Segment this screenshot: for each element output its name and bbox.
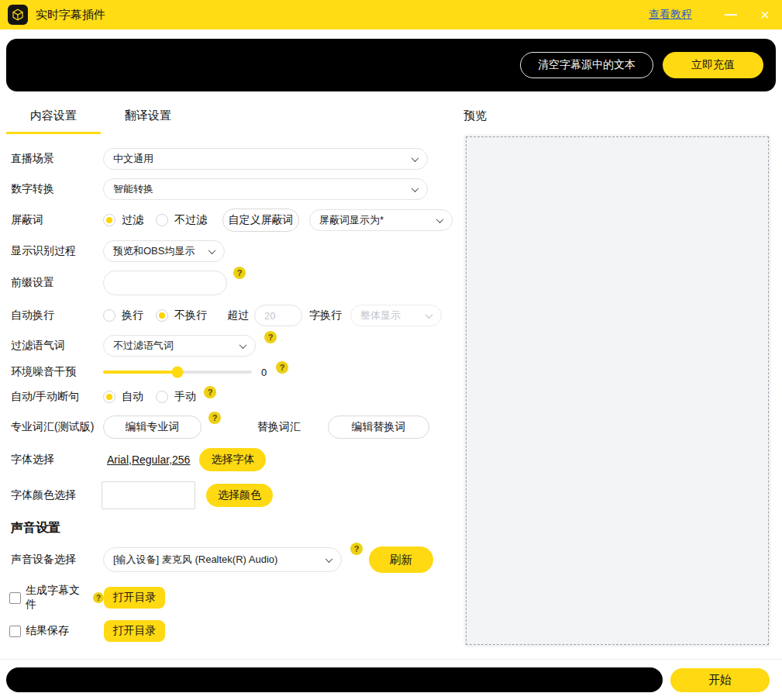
chevron-down-icon [326,555,333,563]
sound-device-label: 声音设备选择 [11,553,103,567]
main-content: 内容设置 翻译设置 直播场景 中文通用 数字转换 智能转换 屏蔽词 过滤 [0,91,782,659]
blocked-display-as-select[interactable]: 屏蔽词显示为* [309,209,453,231]
custom-blocked-words-button[interactable]: 自定义屏蔽词 [222,209,299,232]
row-sentence-break: 自动/手动断句 自动 手动 ? [11,390,454,404]
recognition-display-label: 显示识别过程 [11,244,103,258]
wrap-display-value: 整体显示 [360,309,401,322]
filler-help-icon[interactable]: ? [264,331,277,343]
noise-slider-fill [103,371,177,374]
radio-label: 自动 [122,390,143,404]
number-convert-select[interactable]: 智能转换 [103,178,428,200]
radio-label: 不过滤 [174,213,207,227]
wrap-chars-input[interactable] [254,305,302,326]
sentence-break-help-icon[interactable]: ? [204,386,216,398]
radio-icon [103,391,115,403]
result-save-checkbox[interactable] [9,626,21,637]
minimize-button[interactable]: — [714,0,748,29]
result-save-checkbox-group: 结果保存 [9,624,104,638]
radio-blocked-nofilter[interactable]: 不过滤 [156,213,207,227]
sound-device-select[interactable]: [输入设备] 麦克风 (Realtek(R) Audio) [103,547,342,572]
edit-pro-vocab-button[interactable]: 编辑专业词 [103,416,202,439]
sound-device-value: [输入设备] 麦克风 (Realtek(R) Audio) [113,553,277,567]
row-filler-filter: 过滤语气词 不过滤语气词 ? [11,335,454,357]
tutorial-link[interactable]: 查看教程 [649,8,692,22]
live-scene-label: 直播场景 [11,152,103,166]
open-result-dir-button[interactable]: 打开目录 [104,620,165,642]
number-convert-value: 智能转换 [113,182,153,196]
start-button[interactable]: 开始 [670,668,770,692]
footer-bar: 开始 [0,659,782,700]
radio-icon [156,309,168,322]
chevron-down-icon [208,247,216,254]
chevron-down-icon [239,341,247,349]
font-select-label: 字体选择 [11,453,103,467]
row-font-select: 字体选择 Arial,Regular,256 选择字体 [11,448,454,471]
close-button[interactable]: × [748,0,782,29]
filler-filter-value: 不过滤语气词 [113,339,174,353]
noise-slider[interactable] [103,371,252,374]
current-font-link[interactable]: Arial,Regular,256 [107,453,190,466]
radio-wrap[interactable]: 换行 [103,309,143,322]
subtitle-file-help-icon[interactable]: ? [93,592,104,603]
subtitle-file-checkbox[interactable] [9,592,21,604]
radio-icon [103,309,115,322]
live-scene-value: 中文通用 [113,152,153,166]
row-vocab: 专业词汇(测试版) 编辑专业词 ? 替换词汇 编辑替换词 [11,416,454,439]
preview-title: 预览 [463,109,771,123]
auto-wrap-label: 自动换行 [11,309,103,322]
font-color-input[interactable] [102,481,195,509]
refresh-device-button[interactable]: 刷新 [369,547,433,573]
chevron-down-icon [412,184,419,192]
edit-replace-vocab-button[interactable]: 编辑替换词 [328,416,429,439]
tab-translate-settings[interactable]: 翻译设置 [101,102,195,134]
open-subtitle-dir-button[interactable]: 打开目录 [104,587,165,609]
sentence-break-label: 自动/手动断句 [11,390,103,404]
chevron-down-icon [425,311,433,319]
settings-panel: 内容设置 翻译设置 直播场景 中文通用 数字转换 智能转换 屏蔽词 过滤 [11,102,454,650]
radio-auto-break[interactable]: 自动 [103,390,143,404]
choose-font-button[interactable]: 选择字体 [199,448,266,471]
prefix-help-icon[interactable]: ? [233,267,246,279]
row-auto-wrap: 自动换行 换行 不换行 超过 字换行 整体显示 [11,305,454,326]
chevron-down-icon [436,216,444,223]
row-noise: 环境噪音干预 0 ? [11,365,454,379]
filler-filter-select[interactable]: 不过滤语气词 [103,335,256,357]
top-banner: 清空字幕源中的文本 立即充值 [6,39,776,91]
blocked-display-as-value: 屏蔽词显示为* [319,213,384,227]
row-result-save: 结果保存 打开目录 [11,620,454,642]
radio-blocked-filter[interactable]: 过滤 [103,213,143,227]
radio-label: 过滤 [122,213,143,227]
radio-icon [103,214,115,226]
radio-icon [156,214,168,226]
result-save-label[interactable]: 结果保存 [26,624,69,638]
sound-device-help-icon[interactable]: ? [350,543,363,555]
wrap-display-select[interactable]: 整体显示 [350,305,442,326]
recharge-button[interactable]: 立即充值 [663,52,763,78]
radio-manual-break[interactable]: 手动 [156,390,196,404]
noise-help-icon[interactable]: ? [276,361,288,374]
recognition-display-select[interactable]: 预览和OBS均显示 [103,240,225,262]
preview-container [463,134,771,647]
chevron-down-icon [412,154,419,162]
radio-label: 手动 [174,390,196,404]
wrap-suffix-label: 字换行 [309,309,342,322]
blocked-words-label: 屏蔽词 [11,213,103,227]
noise-label: 环境噪音干预 [11,365,103,379]
replace-vocab-label: 替换词汇 [257,420,301,434]
subtitle-file-label[interactable]: 生成字幕文件 [26,584,88,612]
pro-vocab-help-icon[interactable]: ? [208,412,221,424]
noise-value: 0 [261,367,267,378]
noise-slider-thumb[interactable] [172,367,184,378]
font-color-label: 字体颜色选择 [11,488,103,502]
row-blocked-words: 屏蔽词 过滤 不过滤 自定义屏蔽词 屏蔽词显示为* [11,209,454,232]
choose-color-button[interactable]: 选择颜色 [206,484,273,507]
cube-icon [11,8,25,22]
live-scene-select[interactable]: 中文通用 [103,148,428,170]
tab-content-settings[interactable]: 内容设置 [6,102,101,134]
radio-nowrap[interactable]: 不换行 [156,309,207,322]
number-convert-label: 数字转换 [11,182,103,196]
prefix-input[interactable] [103,271,227,295]
clear-subtitle-source-button[interactable]: 清空字幕源中的文本 [520,52,653,78]
titlebar-actions: 查看教程 — × [649,0,782,29]
row-prefix: 前缀设置 ? [11,271,454,295]
